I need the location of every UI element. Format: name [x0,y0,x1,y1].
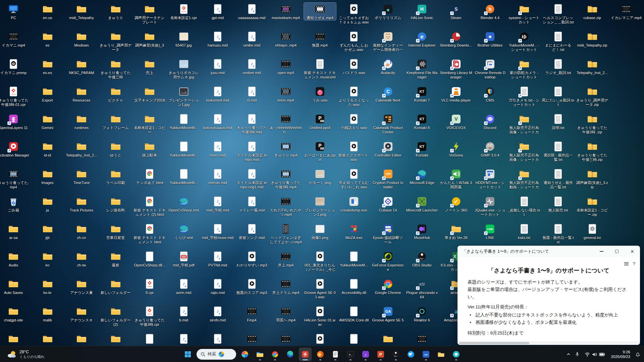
desktop-icon[interactable]: だれだFXいれたやつ.mp4 [270,195,302,217]
desktop-icon[interactable]: Telepathy_Inst_2... [576,58,608,75]
desktop-icon[interactable]: ♪うみ.ustx [304,85,336,103]
taskbar-icon-firefox[interactable] [314,348,327,361]
desktop-icon[interactable]: MuseHub [406,223,438,240]
desktop-icon[interactable]: 選択肢 - 親作品一覧.txt [542,140,574,162]
dialog-titlebar[interactable]: 「さよなら手書き 1〜9」のサポートについて ✕ [458,246,640,257]
desktop-icon[interactable]: パスドラ.wav [338,58,370,75]
desktop-icon[interactable]: 名称未設定1.cpr [168,3,200,20]
desktop-icon[interactable]: KTKontakt [406,140,438,158]
desktop-icon[interactable]: Images [32,168,64,185]
desktop-icon[interactable]: ★Brother Utilities [474,30,506,48]
desktop-icon[interactable]: ごみ箱 [0,195,30,213]
desktop-icon[interactable]: HALion Sonic 01.wav [304,305,336,327]
desktop-icon[interactable]: ♪メドレー風.mid [236,195,268,213]
desktop-icon[interactable]: sfzPlogue sforzando x64 [406,278,438,299]
desktop-icon[interactable]: 万引きメモ.txt - ショートカット [508,85,540,107]
desktop-icon[interactable]: Cakewalk Product Center [372,113,404,134]
desktop-icon[interactable]: プレゼンテーション1.png [304,195,336,217]
desktop-icon[interactable]: 画像1.png [304,223,336,240]
notification-bell-icon[interactable] [634,348,642,361]
desktop-icon[interactable]: jijii [32,223,64,240]
taskbar-icon-explorer[interactable] [254,348,266,361]
desktop-icon[interactable]: 答え知っててもむずいわこれ.wav [338,168,370,189]
desktop-icon[interactable]: 無題.mp4 [304,30,336,48]
desktop-icon[interactable]: ♪rajio.mid [202,278,234,295]
desktop-icon[interactable]: ♪タイトル未設定.tempo.orig1.mid [236,168,268,189]
taskbar-icon-musicapp[interactable]: ♪ [359,348,372,361]
desktop-icon[interactable] [270,333,302,345]
desktop-icon[interactable] [372,333,404,345]
desktop-icon[interactable]: 営業日変更 [100,223,132,240]
desktop-icon[interactable]: ♪PVTNd.mid [202,250,234,267]
maximize-button[interactable] [609,246,625,257]
start-button[interactable] [181,348,194,361]
desktop-icon[interactable]: 001_東北きりたん（ノーマル）_今じゃ... [304,250,336,273]
desktop-icon[interactable]: YukkuriMovieM... [168,113,200,130]
desktop-icon[interactable]: PNT2Untitled.ppsf [304,113,336,130]
desktop-icon[interactable]: YukkuriMovieM... [338,250,370,267]
desktop-icon[interactable]: ♪umibet.mid [236,58,268,75]
taskbar-icon-copilot[interactable] [238,348,251,361]
desktop-icon[interactable]: CPICrypton Product Installer [372,168,404,189]
desktop-icon[interactable] [406,333,438,345]
desktop-icon[interactable]: 小銭詰まり.wav [338,113,370,130]
desktop-icon[interactable]: 調声用データテンプレート [133,3,166,24]
desktop-icon[interactable]: YukkuriMovieM... [168,168,200,185]
desktop-icon[interactable]: ♪ [202,333,234,345]
clock[interactable]: 9:26 2025/09/23 [609,350,632,359]
minimize-button[interactable] [594,246,609,257]
desktop-icon[interactable] [100,333,132,345]
desktop-icon[interactable]: ♪mid_学校.mid [202,195,234,213]
desktop-icon[interactable]: わかりやすい.mp3 [236,250,268,267]
desktop-icon[interactable]: きゅうり食ってた午後3時-01.cpr [0,85,30,107]
desktop-icon[interactable]: ksks.txt [508,223,540,240]
desktop-icon[interactable]: あっhhhhhhhhhhhhh... [270,113,302,134]
desktop-icon[interactable]: chatgpt-site [0,305,30,322]
desktop-icon[interactable]: Reaktor 6 [406,305,438,322]
desktop-icon[interactable]: AWSSDK.Core.dll [338,305,370,322]
desktop-icon[interactable]: Keepforest File Manager [406,58,438,79]
desktop-icon[interactable]: KTKontakt 8 [406,113,438,130]
scrollbar-thumb[interactable] [459,342,529,344]
desktop-icon[interactable]: きゅうり_調声用データ.zip [576,85,608,107]
desktop-icon[interactable]: ラベル印刷 [100,168,132,185]
desktop-icon[interactable]: ゆYukkuriMovieM... - ショートカット [508,30,540,52]
desktop-icon[interactable]: ♪b.mid [168,305,200,322]
desktop-icon[interactable]: CCakewalk Next [372,85,404,103]
desktop-icon[interactable]: Fmp4 [236,305,268,322]
desktop-icon[interactable]: 調声練習(失敗)_3.zip [576,168,608,189]
search-input[interactable]: 検索 [197,349,236,360]
desktop-icon[interactable]: ♪jusu.mid [202,58,234,75]
desktop-icon[interactable]: きゅうり [100,3,132,20]
desktop-icon[interactable]: eInternet Explorer [406,30,438,48]
desktop-icon[interactable]: 最新 [100,250,132,267]
desktop-icon[interactable]: ♪mid_学校muse.mid [202,223,234,240]
desktop-icon[interactable]: 名称未設定1 - コピー.zip [576,195,608,217]
close-button[interactable]: ✕ [625,246,640,257]
desktop-icon[interactable]: ♪hamusu.mid [202,30,234,48]
desktop-icon[interactable]: MoZA.exe [338,223,370,240]
desktop-icon[interactable]: Gemini [32,113,64,130]
desktop-icon[interactable]: きゅうり食ってた午後三時.zip [576,140,608,162]
desktop-icon[interactable]: 羽尻へ.mp4 [270,305,302,322]
taskbar-icon-chrome[interactable] [269,348,281,361]
system-tray-status[interactable] [582,352,607,357]
desktop-icon[interactable]: Steinberg Library Manager [440,58,472,79]
taskbar-icon-folder2[interactable] [435,348,447,361]
desktop-icon[interactable]: アナウンス夏 [65,278,98,295]
desktop-icon[interactable]: イカレマニア.mp4 [610,3,642,20]
desktop-icon[interactable]: ♪kotusytuaaus.mid [202,113,234,130]
desktop-icon[interactable]: イカマニ.mp4 [0,30,30,48]
desktop-icon[interactable]: ♪xl.mid [236,85,268,103]
desktop-icon[interactable]: SSteam [440,3,472,20]
desktop-icon[interactable]: HDDFMT.exe - ショートカット [474,168,506,189]
desktop-icon[interactable]: HHALion Sonic [406,3,438,20]
desktop-icon[interactable]: ko-kr [32,278,64,295]
desktop-icon[interactable]: ずんだもん_しおかぜふ.wav [338,30,370,52]
desktop-icon[interactable]: KTKontakt 7 [406,85,438,103]
weather-widget[interactable]: 28°C くもりのち晴れ [3,346,48,362]
desktop-icon[interactable]: general.ini [576,223,608,240]
desktop-icon[interactable]: OpenCvSharp.dll... [133,250,166,267]
desktop-icon[interactable]: ✓ノートン 360 [440,195,472,213]
taskbar-icon-notepad[interactable] [329,348,342,361]
